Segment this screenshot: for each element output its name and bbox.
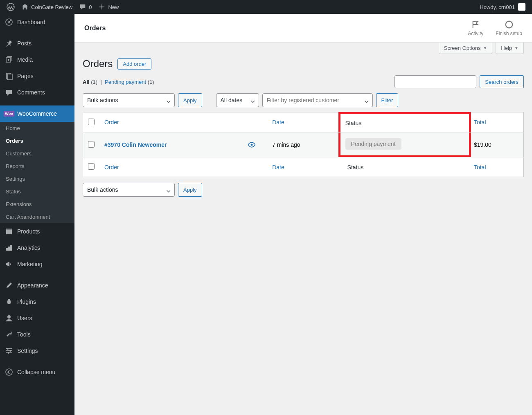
filter-all[interactable]: All [83, 79, 90, 85]
help-tab[interactable]: Help ▼ [496, 43, 524, 54]
add-order-button[interactable]: Add order [117, 58, 151, 70]
menu-users[interactable]: Users [0, 310, 74, 326]
collapse-menu[interactable]: Collapse menu [0, 364, 74, 380]
megaphone-icon [5, 260, 13, 268]
menu-posts[interactable]: Posts [0, 35, 74, 52]
row-checkbox[interactable] [88, 141, 95, 148]
customer-filter-input[interactable] [262, 93, 373, 107]
col-order-foot[interactable]: Order [99, 157, 243, 177]
submenu-settings[interactable]: Settings [0, 173, 74, 185]
avatar [518, 3, 525, 11]
analytics-icon [5, 244, 13, 252]
menu-dashboard[interactable]: Dashboard [0, 14, 74, 30]
col-order[interactable]: Order [99, 112, 243, 132]
collapse-icon [5, 368, 13, 376]
admin-sidebar: Dashboard Posts Media Pages Comments Woo… [0, 14, 74, 415]
menu-comments[interactable]: Comments [0, 84, 74, 101]
comments-icon [5, 88, 13, 96]
flag-icon [468, 20, 483, 29]
topbar-title: Orders [84, 25, 106, 32]
svg-rect-9 [8, 247, 10, 251]
brush-icon [5, 281, 13, 289]
menu-appearance[interactable]: Appearance [0, 277, 74, 294]
pin-icon [5, 39, 13, 47]
submenu-orders[interactable]: Orders [0, 135, 74, 147]
menu-settings[interactable]: Settings [0, 343, 74, 359]
menu-marketing[interactable]: Marketing [0, 256, 74, 272]
bulk-actions-select-bottom[interactable]: Bulk actions [83, 183, 175, 197]
svg-rect-8 [6, 248, 8, 251]
woocommerce-icon: Woo [5, 110, 13, 118]
dates-filter-select[interactable]: All dates [216, 93, 259, 107]
submenu-customers[interactable]: Customers [0, 147, 74, 160]
submenu-status[interactable]: Status [0, 185, 74, 198]
finish-setup-button[interactable]: Finish setup [496, 20, 522, 36]
circle-icon [496, 20, 522, 29]
submenu-reports[interactable]: Reports [0, 160, 74, 173]
col-status[interactable]: Status [338, 112, 471, 132]
menu-pages[interactable]: Pages [0, 68, 74, 84]
col-total[interactable]: Total [469, 112, 524, 132]
plug-icon [5, 298, 13, 306]
woocommerce-submenu: Home Orders Customers Reports Settings S… [0, 122, 74, 223]
filter-button[interactable]: Filter [376, 93, 399, 107]
eye-icon[interactable] [243, 132, 267, 157]
site-name: CoinGate Review [31, 4, 72, 10]
activity-button[interactable]: Activity [468, 20, 483, 36]
search-input[interactable] [394, 75, 476, 88]
svg-rect-7 [6, 229, 12, 230]
menu-analytics[interactable]: Analytics [0, 240, 74, 256]
apply-button-bottom[interactable]: Apply [178, 183, 202, 197]
svg-point-13 [9, 350, 11, 352]
site-link[interactable]: CoinGate Review [18, 0, 76, 14]
orders-table: Order Date Status Total #3970 Colin Newc… [83, 112, 524, 177]
media-icon [5, 56, 13, 64]
filter-pending[interactable]: Pending payment [105, 79, 146, 85]
svg-rect-10 [10, 245, 12, 251]
chevron-down-icon: ▼ [514, 46, 518, 50]
woo-topbar: Orders Activity Finish setup [74, 14, 532, 43]
svg-point-16 [505, 21, 512, 28]
new-label: New [108, 4, 119, 10]
pages-icon [5, 72, 13, 80]
admin-bar: CoinGate Review 0 New Howdy, crn001 [0, 0, 532, 14]
menu-tools[interactable]: Tools [0, 326, 74, 343]
col-date-foot[interactable]: Date [267, 157, 342, 177]
account-link[interactable]: Howdy, crn001 [480, 3, 529, 11]
wrench-icon [5, 330, 13, 339]
status-badge: Pending payment [345, 138, 401, 150]
user-icon [5, 314, 13, 322]
comments-link[interactable]: 0 [76, 0, 95, 14]
submenu-cart-abandonment[interactable]: Cart Abandonment [0, 211, 74, 223]
sliders-icon [5, 347, 13, 355]
submenu-home[interactable]: Home [0, 122, 74, 135]
menu-woocommerce[interactable]: Woo WooCommerce [0, 105, 74, 122]
menu-products[interactable]: Products [0, 223, 74, 240]
chevron-down-icon: ▼ [483, 46, 487, 50]
order-link[interactable]: #3970 Colin Newcomer [104, 141, 167, 148]
col-status-foot[interactable]: Status [343, 157, 469, 177]
new-link[interactable]: New [95, 0, 122, 14]
bulk-actions-select[interactable]: Bulk actions [83, 93, 175, 107]
wp-logo[interactable] [3, 0, 18, 14]
search-orders-button[interactable]: Search orders [480, 75, 524, 88]
select-all-checkbox-bottom[interactable] [88, 163, 95, 170]
dashboard-icon [5, 18, 13, 26]
svg-point-11 [7, 315, 11, 319]
select-all-checkbox[interactable] [88, 119, 95, 125]
menu-plugins[interactable]: Plugins [0, 294, 74, 310]
submenu-extensions[interactable]: Extensions [0, 198, 74, 211]
comments-count: 0 [89, 4, 92, 10]
col-date[interactable]: Date [267, 112, 342, 132]
screen-options-tab[interactable]: Screen Options ▼ [439, 43, 493, 54]
main-content: Orders Activity Finish setup Screen Opti… [74, 14, 532, 415]
table-row[interactable]: #3970 Colin Newcomer 7 mins ago Pending … [83, 132, 524, 157]
apply-button-top[interactable]: Apply [178, 93, 202, 107]
order-date: 7 mins ago [267, 132, 342, 157]
menu-media[interactable]: Media [0, 52, 74, 68]
svg-rect-6 [6, 230, 12, 234]
screen-tabs: Screen Options ▼ Help ▼ [74, 43, 532, 54]
col-total-foot[interactable]: Total [469, 157, 524, 177]
svg-point-17 [251, 144, 253, 146]
subsubsub: All (1) | Pending payment (1) [83, 79, 154, 85]
